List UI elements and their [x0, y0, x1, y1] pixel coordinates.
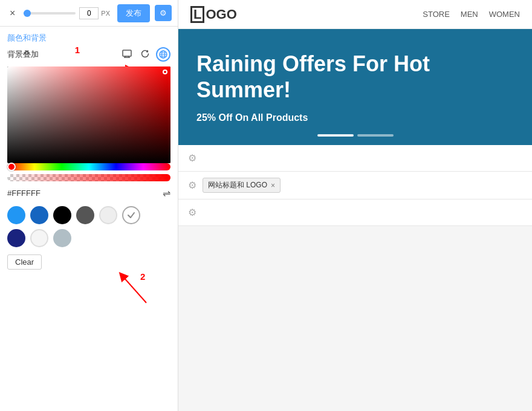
svg-line-10	[122, 276, 146, 303]
gear-icon-1[interactable]: ⚙	[188, 152, 196, 164]
annotation-1: 1	[75, 45, 80, 55]
top-bar: × PX 发布 ⚙	[0, 0, 178, 27]
hue-slider[interactable]	[7, 163, 170, 170]
swatch-black[interactable]	[53, 206, 71, 224]
swatch-white[interactable]	[122, 206, 140, 224]
color-gradient-picker[interactable]	[7, 66, 170, 163]
slider-container: PX	[24, 7, 110, 19]
tag-close-button[interactable]: ×	[271, 181, 275, 190]
component-row-2: ⚙ 网站标题和 LOGO ×	[178, 172, 532, 199]
refresh-icon	[140, 49, 150, 59]
bg-controls: 背景叠加 1	[7, 47, 170, 62]
publish-button[interactable]: 发布	[117, 4, 150, 22]
monitor-icon-button[interactable]	[121, 48, 134, 61]
hero-title: Raining Offers For Hot Summer!	[196, 51, 514, 103]
swatch-light-gray[interactable]	[99, 206, 117, 224]
logo-box: L	[190, 6, 204, 23]
indicator-dot-1	[317, 134, 354, 137]
unit-label: PX	[101, 10, 110, 17]
transparency-overlay	[7, 174, 170, 181]
swatch-navy[interactable]	[7, 229, 25, 247]
section-title: 颜色和背景	[0, 27, 178, 47]
transparency-slider[interactable]	[7, 174, 170, 181]
checkmark-icon	[127, 211, 135, 219]
settings-button[interactable]: ⚙	[155, 5, 172, 21]
hex-input[interactable]	[7, 189, 80, 198]
arrow-annotation-2	[110, 270, 158, 306]
close-button[interactable]: ×	[6, 7, 19, 20]
nav-links: STORE MEN WOMEN	[423, 10, 520, 19]
component-row-1: ⚙	[178, 145, 532, 172]
hero-indicator	[317, 134, 394, 137]
hero-subtitle: 25% Off On All Products	[196, 112, 514, 123]
logo-text: OGO	[206, 7, 236, 22]
bg-section: 背景叠加 1	[0, 47, 178, 274]
clear-row: Clear 2	[7, 254, 170, 270]
hero-section: Raining Offers For Hot Summer! 25% Off O…	[178, 29, 532, 145]
component-tag[interactable]: 网站标题和 LOGO ×	[203, 178, 281, 193]
component-row-3: ⚙	[178, 199, 532, 226]
right-panel: L OGO STORE MEN WOMEN Raining Offers For…	[178, 0, 532, 411]
swatches-row-1	[7, 206, 170, 224]
swatch-blue-gray[interactable]	[53, 229, 71, 247]
slider-track	[24, 12, 76, 15]
monitor-icon	[122, 50, 133, 58]
adjust-icon[interactable]: ⇌	[163, 187, 170, 199]
globe-icon-button[interactable]	[156, 47, 170, 62]
globe-icon	[159, 50, 167, 59]
icon-row: 1	[111, 47, 170, 62]
swatch-gray[interactable]	[76, 206, 94, 224]
swatch-blue-dark[interactable]	[30, 206, 48, 224]
indicator-dot-2	[357, 134, 394, 137]
swatch-off-white[interactable]	[30, 229, 48, 247]
gear-icon-3[interactable]: ⚙	[188, 207, 196, 218]
left-panel: × PX 发布 ⚙ 颜色和背景 背景叠加 1	[0, 0, 178, 411]
logo: L OGO	[190, 6, 237, 23]
nav-women[interactable]: WOMEN	[489, 10, 520, 19]
website-header: L OGO STORE MEN WOMEN	[178, 0, 532, 29]
bg-label: 背景叠加	[7, 49, 39, 60]
nav-store[interactable]: STORE	[423, 10, 450, 19]
gear-icon-2[interactable]: ⚙	[188, 180, 196, 191]
value-input[interactable]	[79, 7, 99, 19]
nav-men[interactable]: MEN	[461, 10, 478, 19]
color-cursor	[163, 70, 167, 74]
svg-rect-0	[123, 50, 131, 56]
swatches-row-2	[7, 229, 170, 247]
swatch-blue-light[interactable]	[7, 206, 25, 224]
slider-thumb[interactable]	[24, 10, 31, 17]
clear-button[interactable]: Clear	[7, 254, 42, 270]
refresh-icon-button[interactable]	[139, 48, 151, 62]
component-tag-label: 网站标题和 LOGO	[208, 180, 267, 190]
hue-thumb	[7, 163, 16, 171]
hex-row: ⇌	[7, 187, 170, 199]
